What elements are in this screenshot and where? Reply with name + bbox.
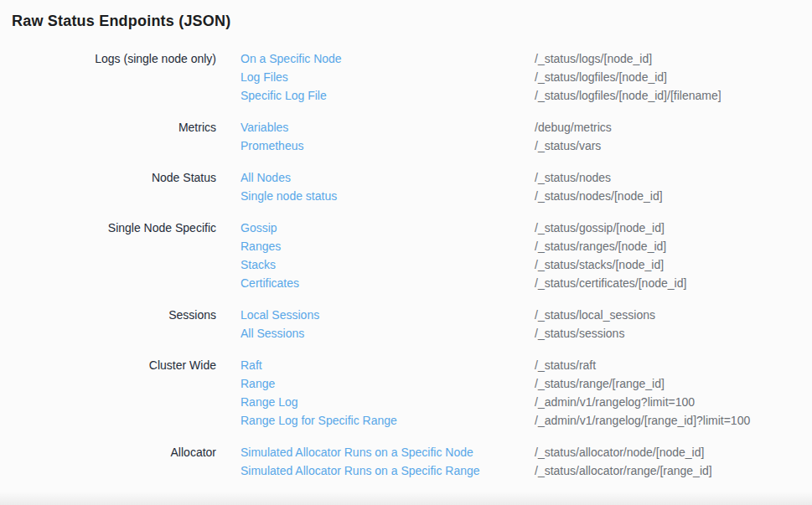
- endpoint-sections-list: Logs (single node only)On a Specific Nod…: [12, 49, 812, 480]
- endpoint-path: /_status/logs/[node_id]: [535, 49, 812, 68]
- endpoint-link[interactable]: All Nodes: [240, 168, 510, 187]
- endpoint-path: /_status/gossip/[node_id]: [535, 219, 812, 237]
- endpoint-link[interactable]: Specific Log File: [240, 86, 510, 105]
- category-label: [12, 461, 216, 480]
- category-label: [12, 324, 216, 343]
- endpoint-link[interactable]: Simulated Allocator Runs on a Specific R…: [240, 461, 510, 480]
- endpoint-path: /_status/logfiles/[node_id]/[filename]: [535, 86, 812, 105]
- endpoint-link[interactable]: Ranges: [240, 237, 510, 255]
- endpoint-section: MetricsVariables/debug/metricsPrometheus…: [12, 118, 812, 155]
- page-title: Raw Status Endpoints (JSON): [12, 13, 812, 30]
- endpoint-path: /_status/nodes/[node_id]: [535, 187, 812, 205]
- endpoint-section: Single Node SpecificGossip/_status/gossi…: [12, 219, 812, 292]
- endpoint-link[interactable]: Simulated Allocator Runs on a Specific N…: [240, 443, 510, 461]
- category-label: [12, 86, 216, 105]
- category-label: Metrics: [12, 118, 216, 137]
- category-label: [12, 411, 216, 430]
- endpoint-link[interactable]: Range Log: [240, 393, 510, 411]
- category-label: [12, 393, 216, 411]
- endpoint-link[interactable]: Raft: [240, 356, 510, 374]
- endpoint-path: /_status/range/[range_id]: [535, 374, 812, 393]
- endpoint-link[interactable]: Local Sessions: [240, 306, 510, 324]
- endpoint-section: Node StatusAll Nodes/_status/nodesSingle…: [12, 168, 812, 205]
- category-label: Node Status: [12, 168, 216, 187]
- category-label: Cluster Wide: [12, 356, 216, 374]
- endpoint-link[interactable]: All Sessions: [240, 324, 510, 343]
- category-label: Sessions: [12, 306, 216, 324]
- endpoint-section: Cluster WideRaft/_status/raftRange/_stat…: [12, 356, 812, 430]
- debug-endpoints-page: Raw Status Endpoints (JSON) Logs (single…: [0, 0, 812, 480]
- endpoint-path: /_status/allocator/range/[range_id]: [535, 461, 812, 480]
- endpoint-path: /_status/allocator/node/[node_id]: [535, 443, 812, 461]
- category-label: [12, 374, 216, 393]
- endpoint-path: /_admin/v1/rangelog/[range_id]?limit=100: [535, 411, 812, 430]
- endpoint-link[interactable]: Gossip: [240, 219, 510, 237]
- category-label: [12, 274, 216, 292]
- endpoint-path: /_status/nodes: [535, 168, 812, 187]
- endpoint-path: /_status/local_sessions: [535, 306, 812, 324]
- endpoint-section: AllocatorSimulated Allocator Runs on a S…: [12, 443, 812, 480]
- category-label: [12, 255, 216, 274]
- endpoint-link[interactable]: Single node status: [240, 187, 510, 205]
- endpoint-path: /_status/vars: [535, 137, 812, 155]
- category-label: [12, 137, 216, 155]
- endpoint-path: /_status/sessions: [535, 324, 812, 343]
- endpoint-path: /_admin/v1/rangelog?limit=100: [535, 393, 812, 411]
- category-label: Logs (single node only): [12, 49, 216, 68]
- category-label: [12, 187, 216, 205]
- endpoint-path: /_status/stacks/[node_id]: [535, 255, 812, 274]
- endpoint-path: /_status/raft: [535, 356, 812, 374]
- endpoint-link[interactable]: Certificates: [240, 274, 510, 292]
- category-label: [12, 237, 216, 255]
- endpoint-section: SessionsLocal Sessions/_status/local_ses…: [12, 306, 812, 343]
- endpoint-link[interactable]: Stacks: [240, 255, 510, 274]
- endpoint-link[interactable]: Variables: [240, 118, 510, 137]
- category-label: [12, 68, 216, 86]
- footer-gradient-band: [0, 492, 812, 505]
- endpoint-link[interactable]: Prometheus: [240, 137, 510, 155]
- endpoint-link[interactable]: Log Files: [240, 68, 510, 86]
- endpoint-link[interactable]: On a Specific Node: [240, 49, 510, 68]
- endpoint-path: /_status/logfiles/[node_id]: [535, 68, 812, 86]
- endpoint-link[interactable]: Range Log for Specific Range: [240, 411, 510, 430]
- endpoint-link[interactable]: Range: [240, 374, 510, 393]
- endpoint-section: Logs (single node only)On a Specific Nod…: [12, 49, 812, 105]
- endpoint-path: /_status/certificates/[node_id]: [535, 274, 812, 292]
- category-label: Allocator: [12, 443, 216, 461]
- category-label: Single Node Specific: [12, 219, 216, 237]
- endpoint-path: /debug/metrics: [535, 118, 812, 137]
- endpoint-path: /_status/ranges/[node_id]: [535, 237, 812, 255]
